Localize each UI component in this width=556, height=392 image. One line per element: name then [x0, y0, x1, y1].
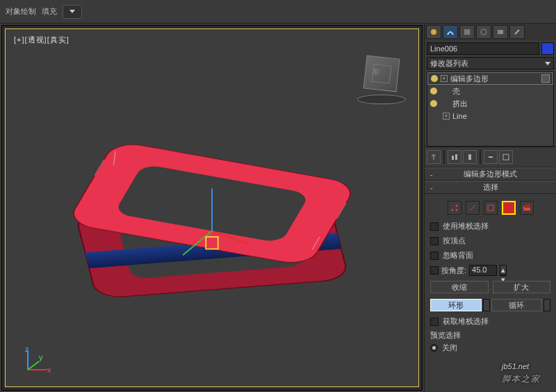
svg-point-29 [455, 205, 457, 207]
shrink-button[interactable]: 收缩 [430, 281, 489, 293]
svg-rect-25 [455, 154, 457, 160]
viewcube[interactable]: 前 [357, 53, 406, 101]
tab-utilities[interactable] [509, 25, 525, 39]
lightbulb-icon[interactable] [430, 100, 437, 107]
viewcube-ring[interactable] [357, 95, 406, 104]
rollout-title[interactable]: - 编辑多边形模式 [425, 168, 556, 181]
viewcube-face-label: 前 [373, 67, 380, 77]
tab-display[interactable] [493, 25, 508, 39]
lightbulb-icon[interactable] [430, 88, 437, 95]
tab-modify[interactable] [443, 25, 458, 39]
svg-rect-27 [503, 154, 509, 160]
expand-icon[interactable]: + [441, 75, 448, 82]
viewport-label[interactable]: [+][透视][真实] [14, 35, 70, 45]
by-angle-row: 按角度: 45.0 ▴▾ [429, 263, 552, 278]
svg-rect-32 [506, 205, 512, 211]
show-end-result-button[interactable] [448, 150, 461, 164]
viewport-frame: [+][透视][真实] 前 [5, 28, 419, 387]
svg-line-16 [28, 361, 39, 370]
subobj-polygon-button[interactable] [502, 201, 516, 215]
by-vertex-row: 按顶点 [429, 234, 552, 248]
checkbox-ignore-backfacing[interactable] [430, 252, 439, 260]
object-name-input[interactable] [427, 42, 539, 55]
subobj-vertex-button[interactable] [448, 201, 461, 215]
tab-create[interactable] [426, 25, 441, 39]
top-toolbar: 对象绘制 填充 [0, 0, 556, 24]
main-area: [+][透视][真实] 前 [0, 24, 556, 392]
make-unique-button[interactable] [463, 150, 477, 164]
svg-rect-23 [498, 30, 503, 34]
stack-toolbar [425, 147, 556, 168]
toolbar-dropdown-button[interactable] [63, 5, 82, 19]
grow-button[interactable]: 扩大 [493, 281, 551, 293]
get-stack-selection-row: 获取堆栈选择 [429, 314, 552, 329]
ignore-backfacing-row: 忽略背面 [429, 248, 552, 263]
checkbox-by-angle[interactable] [430, 266, 439, 275]
rollout-title[interactable]: - 选择 [425, 181, 556, 194]
modifier-stack[interactable]: + 编辑多边形 壳 挤出 + Line [427, 72, 554, 147]
remove-modifier-button[interactable] [484, 150, 498, 164]
checkbox-get-stack-selection[interactable] [430, 318, 439, 326]
modifier-row[interactable]: + 编辑多边形 [427, 72, 553, 85]
modifier-list-dropdown[interactable]: 修改器列表 [427, 57, 554, 70]
configure-sets-button[interactable] [499, 150, 513, 164]
ring-spinner[interactable] [483, 299, 490, 311]
lightbulb-icon[interactable] [431, 75, 438, 82]
svg-point-22 [481, 29, 486, 35]
modifier-row[interactable]: 挤出 [427, 97, 553, 110]
checkbox-by-vertex[interactable] [430, 237, 439, 245]
scene-geometry [19, 113, 404, 331]
rollout-selection: - 选择 使用堆栈选择 按顶点 [425, 181, 556, 358]
svg-rect-21 [464, 29, 470, 35]
subobj-border-button[interactable] [484, 201, 498, 215]
menu-item-fill[interactable]: 填充 [42, 6, 57, 17]
svg-text:y: y [39, 353, 43, 361]
modifier-endcap-icon[interactable] [541, 74, 550, 83]
modifier-label: Line [452, 112, 467, 120]
tab-motion[interactable] [476, 25, 491, 39]
modifier-label: 挤出 [452, 99, 468, 109]
object-name-row [425, 40, 556, 57]
subobject-row [429, 197, 552, 219]
loop-button[interactable]: 循环 [491, 299, 543, 311]
modifier-list-label: 修改器列表 [430, 58, 468, 69]
command-panel-tabs [425, 24, 556, 40]
angle-spinner[interactable]: 45.0 [469, 265, 497, 276]
angle-spinner-buttons[interactable]: ▴▾ [500, 265, 507, 276]
viewport[interactable]: [+][透视][真实] 前 [1, 25, 423, 391]
pin-stack-button[interactable] [427, 150, 441, 164]
subobj-element-button[interactable] [520, 201, 534, 215]
svg-rect-34 [525, 204, 530, 208]
viewcube-cube[interactable]: 前 [363, 56, 400, 92]
modifier-label: 壳 [452, 86, 460, 97]
svg-point-28 [451, 209, 453, 211]
chevron-down-icon [70, 10, 75, 13]
subobj-edge-button[interactable] [466, 201, 480, 215]
svg-rect-24 [452, 156, 454, 160]
svg-text:z: z [25, 346, 29, 353]
tab-hierarchy[interactable] [459, 25, 475, 39]
ring-button[interactable]: 环形 [430, 299, 482, 311]
preview-selection-label: 预览选择 [429, 329, 552, 341]
radio-preview-off[interactable] [430, 344, 438, 352]
svg-text:x: x [47, 366, 51, 374]
object-color-swatch[interactable] [541, 42, 554, 55]
axis-tripod: x z y [24, 346, 51, 374]
loop-spinner[interactable] [543, 299, 550, 311]
preview-off-row: 关闭 [429, 341, 552, 355]
command-panel: 修改器列表 + 编辑多边形 壳 挤出 + [424, 24, 556, 392]
modifier-row[interactable]: 壳 [427, 85, 553, 97]
svg-rect-26 [468, 154, 471, 160]
expand-icon[interactable]: + [443, 113, 450, 120]
menu-item-object-paint[interactable]: 对象绘制 [6, 6, 36, 17]
use-stack-selection-row: 使用堆栈选择 [429, 219, 552, 234]
rollout-edit-poly-mode: - 编辑多边形模式 [425, 168, 556, 181]
svg-point-20 [431, 29, 436, 35]
modifier-row[interactable]: + Line [427, 110, 553, 122]
modifier-label: 编辑多边形 [450, 74, 489, 84]
svg-rect-31 [488, 205, 493, 211]
checkbox-use-stack-selection[interactable] [430, 222, 439, 231]
chevron-down-icon [545, 62, 550, 65]
svg-point-30 [455, 209, 457, 211]
